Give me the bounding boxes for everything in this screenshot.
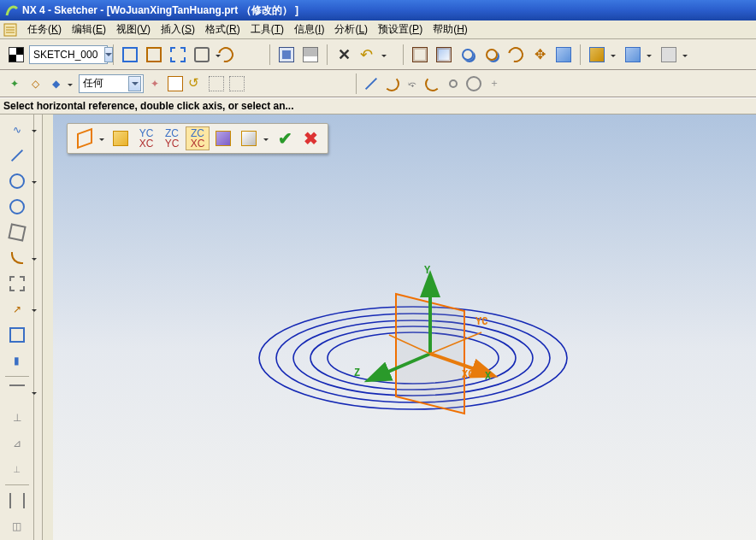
sketch-select-value: SKETCH_000 [33, 49, 97, 61]
separator [113, 44, 114, 65]
separator [356, 73, 357, 94]
arc-button[interactable] [5, 169, 29, 193]
menu-insert[interactable]: 插入(S) [156, 21, 200, 38]
auto-constraint-button[interactable]: ⊿ [5, 431, 29, 455]
curve-line-button[interactable] [362, 74, 381, 93]
sketch-select-dropdown[interactable]: SKETCH_000 [29, 45, 108, 64]
zoom-area-button[interactable] [433, 44, 455, 66]
work-area: ∿ ↗ ▮ ⊥ ⊿ ⟂ ◫ YCXC ZCYC ZCXC [0, 114, 756, 540]
prompt-bar: Select horizontal reference, double clic… [0, 97, 756, 114]
snap-list-button[interactable] [166, 74, 185, 93]
menu-format[interactable]: 格式(R) [200, 21, 245, 38]
menu-view[interactable]: 视图(V) [111, 21, 156, 38]
yc-axis-label: YC [475, 316, 487, 328]
snap-grid-a-button[interactable] [207, 74, 226, 93]
rectangle-button[interactable] [5, 323, 29, 347]
fillet-button[interactable] [5, 246, 29, 270]
separator [269, 44, 270, 65]
menu-tools[interactable]: 工具(T) [245, 21, 289, 38]
zoom-button[interactable] [457, 44, 479, 66]
prompt-text: Select horizontal reference, double clic… [3, 100, 293, 112]
reattach-button[interactable] [143, 44, 165, 66]
curve-circle-center-button[interactable] [444, 74, 463, 93]
graphics-canvas[interactable]: YCXC ZCYC ZCXC ✔ ✖ [53, 114, 756, 540]
snap-wcs-button[interactable]: ↺ [186, 74, 205, 93]
dropdown-arrow-icon [104, 47, 113, 62]
delete-button[interactable]: ✕ [333, 44, 355, 66]
menu-bar: 任务(K) 编辑(E) 视图(V) 插入(S) 格式(R) 工具(T) 信息(I… [0, 21, 756, 39]
selection-filter-value: 任何 [83, 76, 103, 91]
toolbar-gutter [34, 114, 43, 540]
pan-button[interactable]: ✥ [529, 44, 551, 66]
offset-button[interactable]: ◫ [5, 514, 29, 538]
update-button[interactable] [191, 44, 213, 66]
trim-button[interactable] [5, 272, 29, 296]
shaded-button[interactable] [586, 44, 608, 66]
sel-filter2-button[interactable]: ◇ [26, 74, 44, 93]
menu-prefs[interactable]: 预设置(P) [373, 21, 428, 38]
curve-point-button[interactable]: ＋ [485, 74, 504, 93]
z-axis-label: Z [354, 367, 360, 379]
orient-view-button[interactable] [119, 44, 141, 66]
menu-edit[interactable]: 编辑(E) [67, 21, 111, 38]
xc-axis-label: XC [462, 369, 474, 381]
layer-button[interactable] [658, 44, 680, 66]
rotate-button[interactable] [505, 44, 527, 66]
undo-button[interactable]: ↶ [357, 44, 379, 66]
extend-button[interactable]: ↗ [5, 297, 29, 321]
circle-button[interactable] [5, 195, 29, 219]
separator [5, 484, 29, 485]
curve-tangent-button[interactable]: ⤽ [403, 74, 422, 93]
finish-flag-button[interactable] [5, 44, 27, 66]
left-toolbar: ∿ ↗ ▮ ⊥ ⊿ ⟂ ◫ [0, 114, 34, 540]
menu-icon [3, 23, 17, 37]
curve-arc-button[interactable] [382, 74, 401, 93]
display-button[interactable] [215, 44, 237, 66]
snap-point-button[interactable]: ✦ [145, 74, 164, 93]
dropdown-arrow-icon [128, 76, 141, 91]
separator [5, 376, 29, 377]
zoom-in-out-button[interactable] [481, 44, 503, 66]
menu-info[interactable]: 信息(I) [289, 21, 329, 38]
model-view-graphic [53, 114, 756, 540]
show-constraint-button[interactable]: ⟂ [5, 457, 29, 481]
mirror-button[interactable] [5, 489, 29, 513]
app-icon [5, 3, 19, 17]
canvas-wrap: YCXC ZCYC ZCXC ✔ ✖ [43, 114, 756, 540]
x-axis-label: X [485, 371, 491, 383]
separator [403, 44, 404, 65]
selection-filter-dropdown[interactable]: 任何 [79, 74, 144, 93]
separator [327, 44, 328, 65]
print-button[interactable] [299, 44, 322, 66]
y-axis-label: Y [424, 265, 430, 277]
wireframe-button[interactable] [622, 44, 644, 66]
save-button[interactable] [275, 44, 298, 66]
menu-help[interactable]: 帮助(H) [428, 21, 473, 38]
create-button[interactable] [167, 44, 189, 66]
sel-filter3-button[interactable]: ◆ [46, 74, 65, 93]
title-text: NX 4 - Sketcher - [WoJuanXingTanHuang.pr… [22, 3, 298, 18]
menu-analyze[interactable]: 分析(L) [329, 21, 373, 38]
view-front-button[interactable] [552, 44, 575, 66]
sel-filter1-button[interactable]: ✦ [5, 74, 24, 93]
dimension-button[interactable] [5, 380, 29, 404]
curve-circle-button[interactable] [464, 74, 483, 93]
constraint-button[interactable]: ⊥ [5, 406, 29, 430]
secondary-toolbar: ✦ ◇ ◆ 任何 ✦ ↺ ⤽ ＋ [0, 70, 756, 97]
polyline-button[interactable] [5, 220, 29, 244]
title-bar: NX 4 - Sketcher - [WoJuanXingTanHuang.pr… [0, 0, 756, 21]
point-button[interactable]: ▮ [5, 349, 29, 373]
snap-grid-b-button[interactable] [227, 74, 246, 93]
curve-arc2-button[interactable] [423, 74, 442, 93]
menu-tasks[interactable]: 任务(K) [22, 21, 67, 38]
profile-button[interactable]: ∿ [5, 118, 29, 142]
separator [580, 44, 581, 65]
fit-button[interactable] [409, 44, 431, 66]
line-button[interactable] [5, 144, 29, 167]
main-toolbar: SKETCH_000 ✕ ↶ ✥ [0, 39, 756, 70]
